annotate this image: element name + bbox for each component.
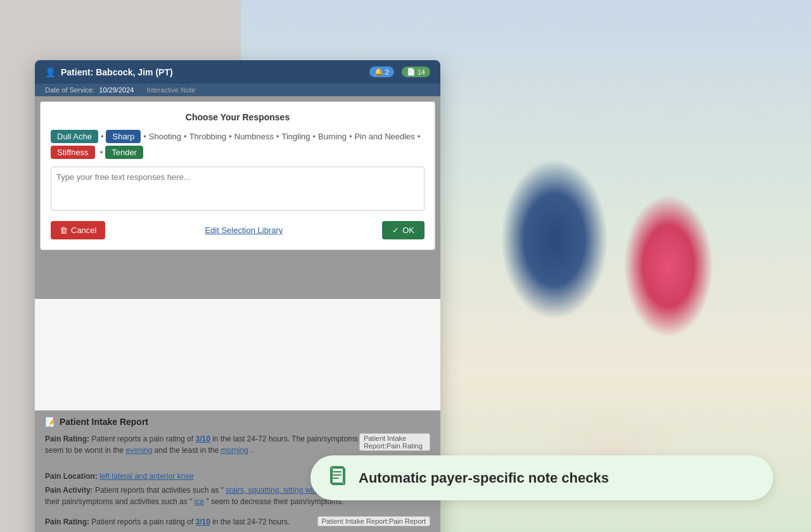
patient-header-right: 🔔 2 📄 14 [369,66,430,77]
tag-sharp[interactable]: Sharp [106,130,141,143]
alerts-badge[interactable]: 🔔 2 [369,66,394,77]
free-text-input[interactable] [51,167,425,211]
person-icon: 👤 [45,67,56,77]
intake-header: 📝 Patient Intake Report [45,417,430,427]
cancel-button[interactable]: 🗑 Cancel [51,221,105,239]
tag-burning[interactable]: Burning [318,132,347,141]
notification-pill: Automatic payer-specific note checks [310,455,773,500]
dos-bar: Date of Service: 10/29/2024 Interactive … [35,84,440,96]
notification-icon [328,466,348,490]
pain-rating-row1: Pain Rating: Patient reports a pain rati… [45,433,430,459]
patient-header: 👤 Patient: Babcock, Jim (PT) 🔔 2 📄 14 [35,60,440,84]
intake-tag1: Patient Intake Report:Pain Rating [359,433,430,451]
patient-header-left: 👤 Patient: Babcock, Jim (PT) [45,67,173,77]
intake-tag2: Patient Intake Report:Pain Report [317,516,430,526]
tag-numbness[interactable]: Numbness [234,132,274,141]
notification-text: Automatic payer-specific note checks [359,470,609,486]
note-type-label: Interactive Note [146,86,195,94]
pain-rating-field1: Pain Rating: Patient reports a pain rati… [45,433,359,456]
tag-pin-needles[interactable]: Pin and Needles [354,132,414,141]
pain-rating-field2: Pain Rating: Patient reports a pain rati… [45,516,290,528]
cancel-icon: 🗑 [60,225,68,235]
tags-area: Dull Ache • Sharp • Shooting • Throbbing… [51,130,425,159]
pain-rating-row2: Pain Rating: Patient reports a pain rati… [45,516,430,530]
tag-tingling[interactable]: Tingling [281,132,310,141]
ok-button[interactable]: ✓ OK [382,221,425,239]
modal-footer: 🗑 Cancel Edit Selection Library ✓ OK [51,221,425,239]
modal-dialog: Choose Your Responses Dull Ache • Sharp … [40,101,435,250]
tag-throbbing[interactable]: Throbbing [189,132,227,141]
dos-label: Date of Service: 10/29/2024 [45,86,134,94]
tag-dull-ache[interactable]: Dull Ache [51,130,98,143]
tag-stiffness[interactable]: Stiffness [51,146,95,159]
tag-shooting[interactable]: Shooting [149,132,181,141]
edit-icon: 📝 [45,417,56,427]
edit-library-button[interactable]: Edit Selection Library [205,225,283,235]
check-icon: ✓ [392,225,399,235]
patient-title: Patient: Babcock, Jim (PT) [61,67,173,77]
docs-badge[interactable]: 📄 14 [402,66,430,77]
tag-tender[interactable]: Tender [105,146,143,159]
modal-title: Choose Your Responses [51,112,425,122]
